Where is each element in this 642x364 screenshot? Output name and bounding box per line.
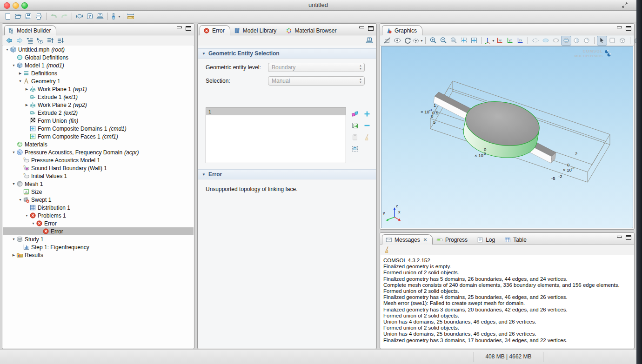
minimize-panel-icon[interactable] <box>177 26 182 31</box>
active-selection-button[interactable] <box>349 108 361 119</box>
messages-tab-messages[interactable]: Messages✕ <box>382 234 433 245</box>
messages-broom-button[interactable] <box>382 245 392 255</box>
expand-arrow-icon[interactable]: ▼ <box>18 198 23 201</box>
tree-item-error[interactable]: Error <box>3 227 194 235</box>
expand-arrow-icon[interactable]: ▶ <box>24 87 29 91</box>
model-builder-tab-model-builder[interactable]: Model Builder <box>4 25 56 35</box>
paste-button[interactable] <box>349 131 361 143</box>
graphics-scene-light-b-button[interactable] <box>571 36 582 46</box>
minimize-panel-icon[interactable] <box>359 26 365 31</box>
main-redo-button[interactable] <box>59 12 69 21</box>
graphics-wireframe-button[interactable] <box>530 36 541 46</box>
tree-item-step-1-eigenfrequency[interactable]: Step 1: Eigenfrequency <box>3 243 194 251</box>
main-open-button[interactable] <box>13 12 23 21</box>
messages-log[interactable]: COMSOL 4.3.2.152Finalized geometry is em… <box>381 255 634 348</box>
settings-tab-material-browser[interactable]: Material Browser <box>282 25 342 35</box>
broom-button[interactable] <box>361 131 373 143</box>
graphics-tab-graphics[interactable]: Graphics <box>382 25 422 35</box>
tree-item-error[interactable]: ▼Error <box>3 219 194 227</box>
expand-arrow-icon[interactable]: ▼ <box>31 222 36 225</box>
graphics-zoom-box-button[interactable] <box>448 36 459 46</box>
expand-arrow-icon[interactable]: ▼ <box>11 151 16 154</box>
graphics-zoom-extents-button[interactable] <box>459 36 469 46</box>
graphics-transparency-button[interactable] <box>541 36 551 46</box>
tree-item-definitions[interactable]: ▶Definitions <box>3 69 194 77</box>
expand-arrow-icon[interactable]: ▼ <box>18 79 23 83</box>
main-print-button[interactable] <box>33 12 44 21</box>
graphics-select-cube-mode-button[interactable] <box>617 36 628 46</box>
minimize-panel-icon[interactable] <box>617 26 622 31</box>
copy-button[interactable] <box>349 119 361 131</box>
expand-arrow-icon[interactable]: ▶ <box>24 103 29 107</box>
tree-move-up-button[interactable] <box>45 36 55 46</box>
expand-arrow-icon[interactable]: ▼ <box>11 64 16 67</box>
selection-listbox[interactable]: 1 <box>206 107 346 163</box>
selection-combobox[interactable]: Manual ▲▼ <box>268 76 365 86</box>
tree-item-form-composite-domains-1[interactable]: Form Composite Domains 1(cmd1) <box>3 125 194 132</box>
tree-item-sound-hard-boundary-wall-1[interactable]: DSound Hard Boundary (Wall) 1 <box>3 164 194 172</box>
main-undo-button[interactable] <box>49 12 59 21</box>
graphics-view-xy-button[interactable]: xy <box>495 36 505 46</box>
maximize-panel-icon[interactable] <box>626 26 631 31</box>
tree-collapse-all-button[interactable] <box>25 36 35 46</box>
graphics-scene-light-c-button[interactable] <box>582 36 592 46</box>
graphics-select-mode-button[interactable] <box>597 36 607 46</box>
graphics-deselect-button[interactable] <box>382 36 392 46</box>
tree-item-untitled-mph[interactable]: ▼Untitled.mph(root) <box>3 46 194 53</box>
main-save-button[interactable] <box>23 12 33 21</box>
zoom-selected-button[interactable] <box>349 143 361 154</box>
close-tab-icon[interactable]: ✕ <box>423 237 427 242</box>
tree-item-global-definitions[interactable]: Global Definitions <box>3 53 194 61</box>
tree-move-down-button[interactable] <box>55 36 66 46</box>
tree-item-initial-values-1[interactable]: DInitial Values 1 <box>3 172 194 180</box>
tree-forward-button[interactable] <box>14 36 25 46</box>
tree-item-extrude-2[interactable]: Extrude 2(ext2) <box>3 109 194 117</box>
messages-tab-log[interactable]: Log <box>473 234 501 245</box>
main-help-button[interactable]: ? <box>85 12 95 21</box>
main-update-button[interactable] <box>74 12 85 21</box>
expand-arrow-icon[interactable]: ▼ <box>11 182 16 185</box>
graphics-pan-button[interactable] <box>469 36 479 46</box>
settings-tab-model-library[interactable]: Model Library <box>230 25 282 35</box>
remove-button[interactable] <box>361 119 373 131</box>
maximize-panel-icon[interactable] <box>186 26 191 31</box>
graphics-zoom-in-button[interactable] <box>428 36 438 46</box>
add-button[interactable] <box>361 108 373 119</box>
graphics-view-zx-button[interactable]: zx <box>515 36 525 46</box>
tree-item-pressure-acoustics-model-1[interactable]: DPressure Acoustics Model 1 <box>3 156 194 164</box>
graphics-view-yz-button[interactable]: yz <box>505 36 515 46</box>
main-documentation-button[interactable]: ? <box>95 12 105 21</box>
minimize-panel-icon[interactable] <box>617 235 622 240</box>
section-error[interactable]: ▼ Error <box>198 169 376 179</box>
main-new-button[interactable] <box>3 12 13 21</box>
expand-arrow-icon[interactable]: ▼ <box>5 48 10 51</box>
tree-item-work-plane-1[interactable]: ▶Work Plane 1(wp1) <box>3 85 194 93</box>
selection-list-item[interactable]: 1 <box>206 108 346 115</box>
tree-item-form-composite-faces-1[interactable]: Form Composite Faces 1(cmf1) <box>3 132 194 140</box>
settings-documentation-button[interactable]: ? <box>364 36 374 46</box>
tree-item-materials[interactable]: Materials <box>3 140 194 148</box>
tree-item-swept-1[interactable]: ▼Swept 1 <box>3 196 194 204</box>
tree-item-distribution-1[interactable]: Distribution 1 <box>3 204 194 212</box>
tree-item-study-1[interactable]: ▼Study 1 <box>3 235 194 243</box>
expand-arrow-icon[interactable]: ▶ <box>18 72 23 75</box>
graphics-eye-button[interactable] <box>392 36 402 46</box>
graphics-scene-light-a-button[interactable] <box>561 36 571 46</box>
tree-item-size[interactable]: Size <box>3 188 194 196</box>
tree-item-results[interactable]: ▶Results <box>3 251 194 259</box>
maximize-panel-icon[interactable] <box>626 235 631 240</box>
tree-item-pressure-acoustics-frequency-domain[interactable]: ▼Pressure Acoustics, Frequency Domain(ac… <box>3 148 194 156</box>
fullscreen-icon[interactable] <box>622 2 628 10</box>
messages-tab-progress[interactable]: Progress <box>433 234 473 245</box>
tree-back-button[interactable] <box>4 36 14 46</box>
graphics-rotate-button[interactable] <box>402 36 413 46</box>
maximize-panel-icon[interactable] <box>368 26 374 31</box>
tree-item-problems-1[interactable]: ▼Problems 1 <box>3 212 194 219</box>
messages-tab-table[interactable]: Table <box>501 234 532 245</box>
tree-item-form-union[interactable]: Form Union(fin) <box>3 117 194 125</box>
main-measure-button[interactable] <box>126 12 136 21</box>
tree-item-work-plane-2[interactable]: ▶Work Plane 2(wp2) <box>3 101 194 109</box>
tree-item-mesh-1[interactable]: ▼Mesh 1 <box>3 180 194 188</box>
expand-arrow-icon[interactable]: ▶ <box>11 253 16 257</box>
graphics-visibility-button[interactable]: ▼ <box>413 36 423 46</box>
